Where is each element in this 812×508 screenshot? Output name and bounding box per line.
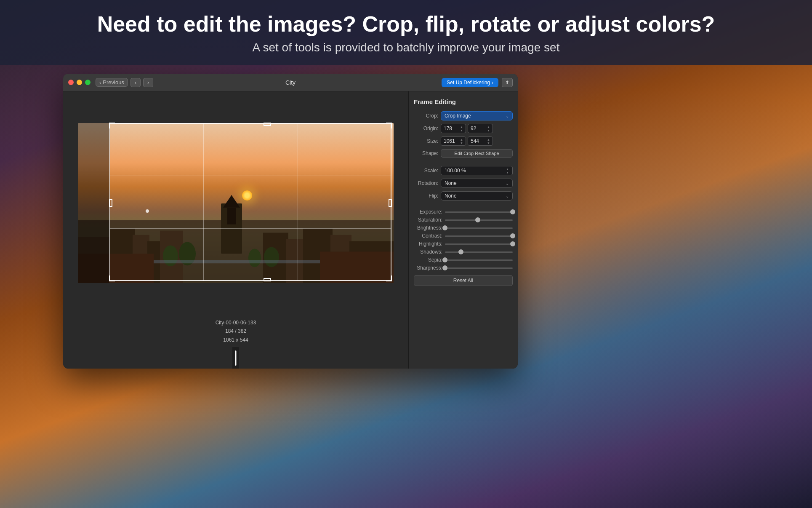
crop-handle-ml[interactable] bbox=[109, 199, 112, 207]
panel-title: Frame Editing bbox=[414, 98, 513, 105]
scale-stepper[interactable]: ▲ ▼ bbox=[506, 168, 509, 174]
size-h-up[interactable]: ▲ bbox=[487, 138, 490, 141]
chevron-left-icon: ‹ bbox=[99, 79, 101, 86]
origin-row: Origin: 178 ▲ ▼ 92 ▲ ▼ bbox=[414, 124, 513, 133]
crop-handle-tm[interactable] bbox=[264, 123, 271, 126]
size-w-stepper[interactable]: ▲ ▼ bbox=[460, 138, 463, 144]
origin-y-down[interactable]: ▼ bbox=[487, 129, 490, 132]
saturation-slider[interactable] bbox=[445, 219, 513, 221]
origin-x-up[interactable]: ▲ bbox=[460, 126, 463, 128]
origin-y-value: 92 bbox=[471, 126, 476, 131]
flip-dropdown[interactable]: None ⌄ bbox=[441, 191, 513, 201]
scale-row: Scale: 100.00 % ▲ ▼ bbox=[414, 166, 513, 175]
size-h-down[interactable]: ▼ bbox=[487, 142, 490, 144]
crop-handle-tl[interactable] bbox=[109, 123, 115, 128]
sepia-slider[interactable] bbox=[445, 259, 513, 261]
scale-up[interactable]: ▲ bbox=[506, 168, 509, 171]
spacer-1 bbox=[414, 161, 513, 166]
shadows-slider[interactable] bbox=[445, 251, 513, 253]
shape-label: Shape: bbox=[414, 150, 438, 156]
sharpness-label: Sharpness: bbox=[414, 265, 442, 271]
image-filename: City-00-00-06-133 bbox=[216, 318, 256, 327]
rotation-chevron-icon: ⌄ bbox=[506, 181, 509, 186]
crop-handle-mr[interactable] bbox=[389, 199, 392, 207]
sharpness-thumb[interactable] bbox=[442, 265, 447, 270]
exposure-thumb[interactable] bbox=[510, 209, 515, 214]
origin-fields: 178 ▲ ▼ 92 ▲ ▼ bbox=[441, 124, 513, 133]
window-body: City-00-00-06-133 184 / 382 1061 x 544 F… bbox=[63, 91, 518, 369]
contrast-slider[interactable] bbox=[445, 235, 513, 237]
crop-handle-tr[interactable] bbox=[386, 123, 392, 128]
shadows-label: Shadows: bbox=[414, 249, 442, 255]
size-h-field[interactable]: 544 ▲ ▼ bbox=[468, 136, 493, 146]
size-h-value: 544 bbox=[471, 138, 479, 144]
crop-row: Crop: Crop Image ⌄ bbox=[414, 111, 513, 120]
origin-x-field[interactable]: 178 ▲ ▼ bbox=[441, 124, 466, 133]
contrast-thumb[interactable] bbox=[510, 233, 515, 238]
origin-label: Origin: bbox=[414, 126, 438, 131]
saturation-label: Saturation: bbox=[414, 217, 442, 223]
crop-handle-bl[interactable] bbox=[109, 275, 115, 281]
contrast-row: Contrast: bbox=[414, 233, 513, 239]
size-w-up[interactable]: ▲ bbox=[460, 138, 463, 141]
back-arrow-button[interactable]: ‹ bbox=[130, 78, 141, 87]
crop-value: Crop Image bbox=[445, 113, 471, 119]
origin-y-up[interactable]: ▲ bbox=[487, 126, 490, 128]
sharpness-row: Sharpness: bbox=[414, 265, 513, 271]
share-button[interactable]: ⬆ bbox=[502, 78, 513, 87]
shadows-row: Shadows: bbox=[414, 249, 513, 255]
scale-down[interactable]: ▼ bbox=[506, 171, 509, 174]
image-canvas bbox=[63, 91, 408, 315]
image-area: City-00-00-06-133 184 / 382 1061 x 544 bbox=[63, 91, 408, 369]
filmstrip-indicator bbox=[235, 350, 237, 366]
exposure-slider[interactable] bbox=[445, 211, 513, 213]
maximize-button[interactable] bbox=[85, 80, 91, 85]
origin-x-stepper[interactable]: ▲ ▼ bbox=[460, 126, 463, 132]
sharpness-slider[interactable] bbox=[445, 267, 513, 269]
crop-handle-br[interactable] bbox=[386, 275, 392, 281]
saturation-thumb[interactable] bbox=[475, 217, 480, 222]
rotation-dropdown[interactable]: None ⌄ bbox=[441, 179, 513, 188]
flip-label: Flip: bbox=[414, 193, 438, 199]
reset-all-button[interactable]: Reset All bbox=[414, 275, 513, 286]
highlights-label: Highlights: bbox=[414, 241, 442, 247]
brightness-thumb[interactable] bbox=[442, 225, 447, 230]
crop-dropdown[interactable]: Crop Image ⌄ bbox=[441, 111, 513, 120]
scale-input[interactable]: 100.00 % ▲ ▼ bbox=[441, 166, 513, 175]
header-subtitle: A set of tools is provided to batchly im… bbox=[253, 41, 560, 54]
previous-label: Previous bbox=[103, 79, 124, 86]
filmstrip bbox=[232, 347, 239, 369]
exposure-row: Exposure: bbox=[414, 209, 513, 215]
size-label: Size: bbox=[414, 138, 438, 144]
size-h-stepper[interactable]: ▲ ▼ bbox=[487, 138, 490, 144]
size-row: Size: 1061 ▲ ▼ 544 ▲ ▼ bbox=[414, 136, 513, 146]
minimize-button[interactable] bbox=[77, 80, 82, 85]
origin-x-value: 178 bbox=[444, 126, 452, 131]
close-button[interactable] bbox=[68, 80, 74, 85]
cursor bbox=[146, 209, 149, 213]
previous-button[interactable]: ‹ Previous bbox=[96, 78, 128, 87]
highlights-thumb[interactable] bbox=[510, 241, 515, 246]
highlights-slider[interactable] bbox=[445, 243, 513, 245]
mac-window: ‹ Previous ‹ › City Set Up Deflickering … bbox=[63, 74, 518, 369]
flip-row: Flip: None ⌄ bbox=[414, 191, 513, 201]
traffic-lights bbox=[68, 80, 91, 85]
shadows-thumb[interactable] bbox=[458, 249, 463, 254]
size-w-down[interactable]: ▼ bbox=[460, 142, 463, 144]
crop-handle-bm[interactable] bbox=[264, 278, 271, 281]
origin-y-stepper[interactable]: ▲ ▼ bbox=[487, 126, 490, 132]
origin-x-down[interactable]: ▼ bbox=[460, 129, 463, 132]
size-w-field[interactable]: 1061 ▲ ▼ bbox=[441, 136, 466, 146]
saturation-row: Saturation: bbox=[414, 217, 513, 223]
edit-crop-rect-button[interactable]: Edit Crop Rect Shape bbox=[441, 149, 513, 158]
deflicker-button[interactable]: Set Up Deflickering › bbox=[442, 78, 498, 87]
header-title: Need to edit the images? Crop, flip, rot… bbox=[97, 11, 715, 37]
scale-label: Scale: bbox=[414, 168, 438, 174]
title-bar: ‹ Previous ‹ › City Set Up Deflickering … bbox=[63, 74, 518, 91]
sepia-thumb[interactable] bbox=[442, 257, 447, 262]
forward-arrow-button[interactable]: › bbox=[143, 78, 153, 87]
origin-y-field[interactable]: 92 ▲ ▼ bbox=[468, 124, 493, 133]
brightness-slider[interactable] bbox=[445, 227, 513, 229]
crop-box[interactable] bbox=[109, 123, 391, 281]
title-bar-right: Set Up Deflickering › ⬆ bbox=[442, 78, 513, 87]
